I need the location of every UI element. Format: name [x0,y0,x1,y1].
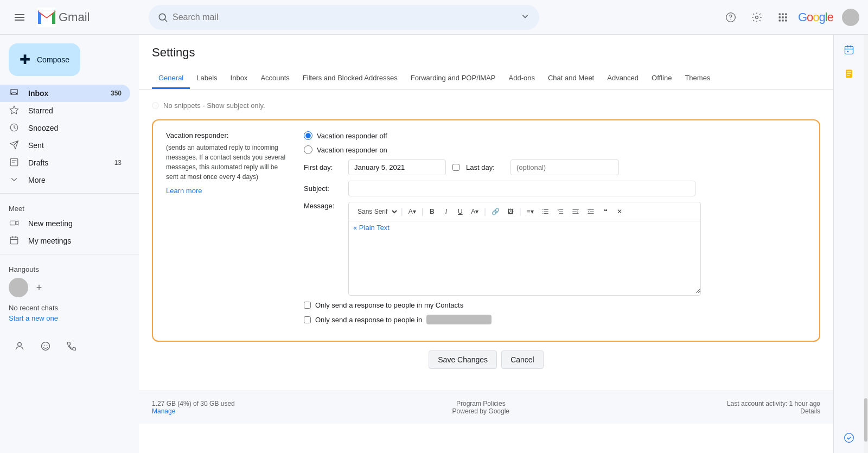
italic-button[interactable]: I [439,206,452,218]
draft-icon [9,157,20,169]
quote-button[interactable]: ❝ [599,206,612,218]
inbox-icon [9,88,20,99]
save-changes-button[interactable]: Save Changes [429,350,497,369]
tab-forwarding[interactable]: Forwarding and POP/IMAP [404,68,502,89]
details-link[interactable]: Details [800,407,820,415]
sidebar-item-my-meetings[interactable]: My meetings [0,232,130,250]
contacts-only-checkbox[interactable] [304,302,311,309]
sidebar-item-more[interactable]: More [0,171,130,189]
svg-rect-12 [782,20,783,21]
no-snippets-radio[interactable] [152,102,159,109]
sidebar-item-inbox-label: Inbox [28,89,48,98]
image-button[interactable]: 🖼 [504,206,517,218]
ol-button[interactable] [538,206,552,218]
avatar[interactable] [842,9,859,26]
keep-panel-button[interactable] [838,63,860,85]
sidebar-item-drafts[interactable]: Drafts 13 [0,154,130,171]
message-textarea[interactable] [349,234,700,294]
svg-rect-13 [785,20,787,21]
manage-storage-link[interactable]: Manage [152,407,175,415]
video-icon [9,218,20,229]
svg-point-3 [730,19,731,20]
cancel-button[interactable]: Cancel [501,350,544,369]
tab-accounts[interactable]: Accounts [254,68,296,89]
message-label: Message: [304,202,342,210]
search-bar[interactable] [149,5,539,30]
day-row: First day: Last day: [304,159,806,175]
apps-button[interactable] [772,7,794,28]
scrollbar-thumb[interactable] [864,398,867,442]
hamburger-menu-button[interactable] [9,7,30,28]
org-only-checkbox[interactable] [304,316,311,323]
last-day-input[interactable] [510,159,619,175]
indent-button[interactable] [569,206,583,218]
sidebar-item-starred[interactable]: Starred [0,102,130,119]
help-button[interactable] [720,7,742,28]
search-dropdown-button[interactable] [520,11,531,23]
font-color-button[interactable]: A▾ [468,206,482,218]
gear-icon [751,12,762,23]
subject-label: Subject: [304,184,342,193]
phone-button[interactable] [61,335,82,357]
tab-labels[interactable]: Labels [190,68,224,89]
sidebar-item-new-meeting[interactable]: New meeting [0,215,130,232]
start-chat-link[interactable]: Start a new one [9,314,130,322]
plain-text-link[interactable]: « Plain Text [349,221,700,234]
bold-button[interactable]: B [425,206,438,218]
settings-button[interactable] [746,7,768,28]
tab-themes[interactable]: Themes [678,68,717,89]
first-day-input[interactable] [348,159,446,175]
svg-rect-7 [785,13,787,15]
subject-row: Subject: [304,181,806,196]
align-button[interactable]: ≡▾ [524,206,537,218]
nav-items: Inbox 350 Starred Snoozed [0,85,139,189]
contacts-button[interactable] [9,335,30,357]
add-hangout-button[interactable]: + [33,281,46,294]
font-family-select[interactable]: Sans Serif [353,206,399,217]
calendar-panel-button[interactable] [838,39,860,61]
tab-inbox[interactable]: Inbox [224,68,254,89]
google-logo: Google [798,10,833,24]
sidebar-item-more-label: More [28,176,46,184]
tab-general[interactable]: General [152,68,190,89]
search-input[interactable] [173,12,520,22]
main-layout: ✚ Compose Inbox 350 Starred [0,35,868,453]
vacation-on-radio[interactable] [304,145,312,154]
sidebar-item-inbox[interactable]: Inbox 350 [0,85,130,102]
emoji-button[interactable] [35,335,56,357]
svg-rect-17 [10,221,16,225]
last-day-checkbox[interactable] [452,164,459,171]
font-size-button[interactable]: A▾ [405,206,419,218]
contacts-checkbox-row: Only send a response to people in my Con… [304,301,806,309]
sidebar-item-sent[interactable]: Sent [0,137,130,154]
contacts-only-label: Only send a response to people in my Con… [315,301,463,309]
tab-chat[interactable]: Chat and Meet [541,68,601,89]
send-icon [9,140,20,151]
tab-offline[interactable]: Offline [645,68,678,89]
outdent-button[interactable] [584,206,598,218]
sidebar-item-snoozed[interactable]: Snoozed [0,119,130,137]
learn-more-link[interactable]: Learn more [166,187,202,195]
subject-input[interactable] [348,181,695,196]
tab-addons[interactable]: Add-ons [502,68,541,89]
settings-tabs: General Labels Inbox Accounts Filters an… [152,68,820,89]
svg-rect-23 [845,46,853,54]
clear-format-button[interactable]: ✕ [613,206,626,218]
vacation-off-radio[interactable] [304,131,312,140]
topbar-right: Google [720,7,859,28]
hangouts-avatar [9,278,28,297]
tab-filters[interactable]: Filters and Blocked Addresses [296,68,404,89]
compose-button[interactable]: ✚ Compose [9,43,80,76]
svg-rect-9 [782,16,783,18]
phone-icon [66,341,77,352]
calendar-icon [9,235,20,247]
link-button[interactable]: 🔗 [488,206,503,218]
scrollbar-track[interactable] [864,35,868,453]
underline-button[interactable]: U [454,206,467,218]
tasks-panel-button[interactable] [838,427,860,449]
tab-advanced[interactable]: Advanced [601,68,645,89]
ul-button[interactable] [553,206,567,218]
hamburger-icon [10,8,29,27]
program-policies-link[interactable]: Program Policies [452,400,509,407]
svg-point-21 [44,345,45,346]
